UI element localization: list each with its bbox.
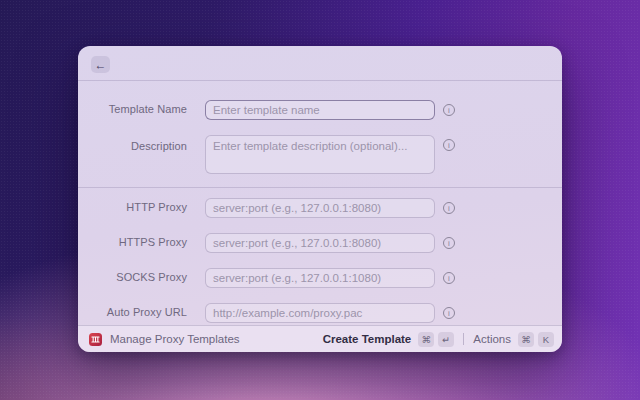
field-label: Description <box>78 141 187 160</box>
proxy-templates-app-icon <box>89 333 102 346</box>
form-row-description: Description i <box>78 135 562 174</box>
columns-glyph-icon <box>91 335 100 344</box>
auto-proxy-url-input[interactable] <box>205 303 435 323</box>
create-template-button[interactable]: Create Template ⌘ ↵ <box>323 332 455 347</box>
info-icon[interactable]: i <box>443 104 455 116</box>
divider <box>463 333 464 345</box>
field-label: Template Name <box>78 100 187 119</box>
back-button[interactable]: ← <box>91 56 110 73</box>
command-key-icon: ⌘ <box>518 332 534 347</box>
divider <box>78 187 562 188</box>
template-name-input[interactable] <box>205 100 435 120</box>
field-label: HTTP Proxy <box>78 198 187 217</box>
form-row-socks-proxy: SOCKS Proxy i <box>78 268 562 288</box>
form-row-https-proxy: HTTPS Proxy i <box>78 233 562 253</box>
http-proxy-input[interactable] <box>205 198 435 218</box>
actions-button[interactable]: Actions ⌘ K <box>473 332 554 347</box>
k-key-icon: K <box>538 332 554 347</box>
proxy-template-form: Template Name i Description i HTTP Proxy… <box>78 81 562 325</box>
create-template-label: Create Template <box>323 333 412 345</box>
info-icon[interactable]: i <box>443 139 455 151</box>
form-row-template-name: Template Name i <box>78 100 562 120</box>
info-icon[interactable]: i <box>443 202 455 214</box>
command-key-icon: ⌘ <box>418 332 434 347</box>
return-key-icon: ↵ <box>438 332 454 347</box>
app-window: ← Template Name i Description i HTTP Pro… <box>78 46 562 352</box>
field-label: SOCKS Proxy <box>78 268 187 287</box>
field-label: Auto Proxy URL <box>78 303 187 322</box>
socks-proxy-input[interactable] <box>205 268 435 288</box>
description-textarea[interactable] <box>205 135 435 174</box>
status-bar: Manage Proxy Templates Create Template ⌘… <box>78 325 562 352</box>
actions-label: Actions <box>473 333 511 345</box>
form-row-auto-proxy-url: Auto Proxy URL i <box>78 303 562 323</box>
info-icon[interactable]: i <box>443 237 455 249</box>
https-proxy-input[interactable] <box>205 233 435 253</box>
field-label: HTTPS Proxy <box>78 233 187 252</box>
form-row-http-proxy: HTTP Proxy i <box>78 198 562 218</box>
info-icon[interactable]: i <box>443 307 455 319</box>
window-header: ← <box>78 46 562 81</box>
app-title: Manage Proxy Templates <box>110 333 323 345</box>
info-icon[interactable]: i <box>443 272 455 284</box>
